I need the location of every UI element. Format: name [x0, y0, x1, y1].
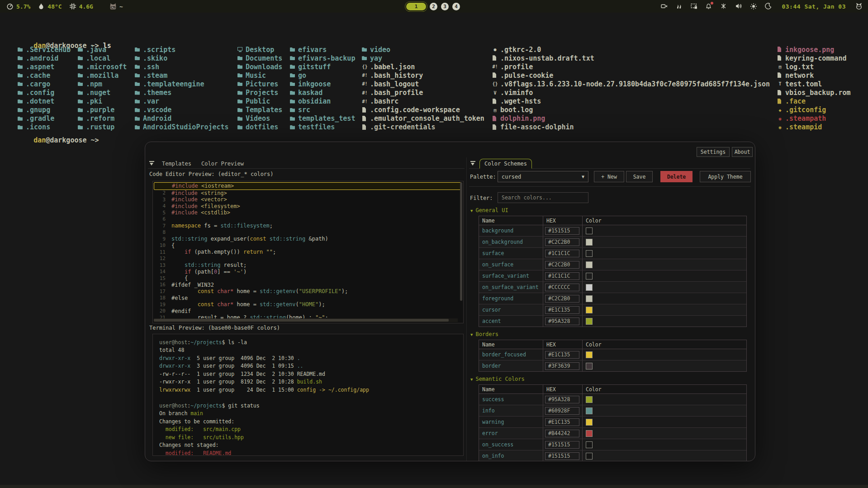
color-swatch[interactable]: [586, 441, 593, 448]
color-swatch[interactable]: [586, 307, 593, 313]
hex-input[interactable]: #E1C135: [545, 418, 579, 426]
notification-bell-icon[interactable]: [705, 3, 712, 10]
color-swatch[interactable]: [586, 239, 593, 246]
code-line: 2#include <string>: [154, 190, 458, 197]
shell-icon: #!: [361, 72, 368, 78]
color-swatch[interactable]: [586, 261, 593, 268]
flames-icon[interactable]: [675, 3, 683, 10]
tab-color-preview[interactable]: Color Preview: [198, 159, 247, 168]
hex-input[interactable]: #B44242: [545, 430, 579, 437]
bluetooth-off-icon[interactable]: [720, 3, 727, 10]
tab-templates[interactable]: Templates: [158, 159, 195, 168]
file-item: .microsoft: [77, 62, 127, 71]
file-name: Public: [246, 97, 270, 105]
screenshot-lock-icon[interactable]: [690, 3, 697, 10]
folder-icon: [134, 107, 141, 113]
doc-icon: [777, 99, 783, 104]
folder-icon: [289, 99, 296, 104]
folder-icon: [77, 107, 84, 113]
hex-input[interactable]: #151515: [545, 441, 579, 449]
color-name: on_info: [479, 453, 543, 459]
file-name: .mozilla: [86, 71, 119, 80]
delete-button[interactable]: Delete: [660, 171, 693, 182]
file-item: ◉.steampid: [777, 123, 851, 132]
section-header[interactable]: ▼General UI: [470, 207, 751, 213]
table-row: error#B44242: [479, 428, 746, 439]
hex-input[interactable]: #C2C2B0: [545, 295, 579, 303]
hex-input[interactable]: #3F3639: [545, 362, 579, 370]
tab-color-schemes[interactable]: Color Schemes: [479, 159, 532, 169]
code-horizontal-scrollbar[interactable]: [154, 319, 449, 322]
hex-input[interactable]: #CCCCCC: [545, 284, 579, 291]
shell-icon: #!: [361, 90, 368, 96]
file-name: .steampath: [785, 114, 826, 123]
file-item: .dotnet: [17, 97, 71, 106]
screencast-icon[interactable]: [660, 3, 668, 10]
workspace-4[interactable]: 4: [452, 3, 460, 10]
color-name: on_surface_variant: [479, 284, 543, 290]
hex-input[interactable]: #C2C2B0: [545, 238, 579, 246]
save-button[interactable]: Save: [626, 171, 653, 182]
color-swatch[interactable]: [586, 453, 593, 460]
file-item: Public: [237, 97, 282, 106]
hex-input[interactable]: #60928F: [545, 407, 579, 415]
hex-input[interactable]: #95A328: [545, 317, 579, 325]
file-item: .ServiceHub: [17, 45, 71, 54]
active-app-indicator[interactable]: ~: [109, 3, 123, 10]
settings-button[interactable]: Settings: [697, 147, 730, 157]
workspace-3[interactable]: 3: [441, 3, 449, 10]
terminal-token: new file: src/utils.hpp: [159, 434, 244, 441]
new-palette-button[interactable]: + New: [594, 171, 624, 182]
volume-icon[interactable]: [735, 3, 742, 10]
clock[interactable]: 03:44 Sat, Jan 03: [782, 3, 846, 10]
color-swatch[interactable]: [586, 318, 593, 325]
hex-input[interactable]: #C2C2B0: [545, 261, 579, 269]
color-swatch[interactable]: [586, 407, 593, 414]
hex-cell: #C2C2B0: [543, 259, 582, 270]
hex-input[interactable]: #1C1C1C: [545, 272, 579, 280]
code-token: #include: [171, 203, 198, 209]
file-item: dolphin.png: [492, 114, 770, 123]
file-item: ▤boot.log: [492, 106, 770, 114]
color-swatch[interactable]: [586, 273, 593, 280]
file-item: .var: [134, 97, 229, 106]
search-colors-input[interactable]: Search colors...: [498, 192, 588, 203]
folder-icon: [237, 124, 244, 130]
hex-input[interactable]: #151515: [545, 227, 579, 235]
section-header[interactable]: ▼Borders: [470, 331, 751, 337]
section-header[interactable]: ▼Semantic Colors: [470, 376, 751, 382]
color-swatch[interactable]: [586, 396, 593, 403]
hex-input[interactable]: #95A328: [545, 396, 579, 403]
doc-icon: [492, 124, 498, 130]
color-swatch[interactable]: [586, 419, 593, 426]
code-line: 10{: [154, 242, 458, 249]
color-swatch[interactable]: [586, 284, 593, 291]
hex-input[interactable]: #1C1C1C: [545, 250, 579, 257]
folder-icon: [237, 64, 244, 70]
terminal-line: user@host:~/projects$ git status: [159, 402, 460, 410]
color-swatch[interactable]: [586, 227, 593, 234]
about-button[interactable]: About: [732, 147, 753, 157]
terminal-preview-title: Terminal Preview: (base00-base0F colors): [149, 325, 280, 331]
color-swatch[interactable]: [586, 295, 593, 302]
workspace-1[interactable]: 1: [406, 3, 426, 10]
hex-input[interactable]: #151515: [545, 452, 579, 460]
night-light-icon[interactable]: [765, 3, 772, 10]
color-cell: [582, 293, 746, 304]
workspace-2[interactable]: 2: [430, 3, 437, 10]
hex-input[interactable]: #E1C135: [545, 306, 579, 314]
color-swatch[interactable]: [586, 430, 593, 437]
terminal-line: -rw-r--r-- 1 user group 1234 Dec 2 10:30…: [159, 370, 460, 378]
palette-dropdown[interactable]: cursed ▼: [498, 171, 588, 182]
color-swatch[interactable]: [586, 363, 593, 370]
color-swatch[interactable]: [586, 351, 593, 358]
apply-theme-button[interactable]: Apply Theme: [700, 171, 751, 182]
file-name: .profile: [500, 63, 533, 71]
tray-owl-icon[interactable]: [855, 3, 863, 10]
color-swatch[interactable]: [586, 250, 593, 257]
brightness-icon[interactable]: [750, 3, 757, 10]
active-app-label: ~: [119, 3, 123, 10]
code-vertical-scrollbar[interactable]: [460, 182, 462, 301]
code-token: [171, 249, 185, 255]
hex-input[interactable]: #E1C135: [545, 351, 579, 359]
